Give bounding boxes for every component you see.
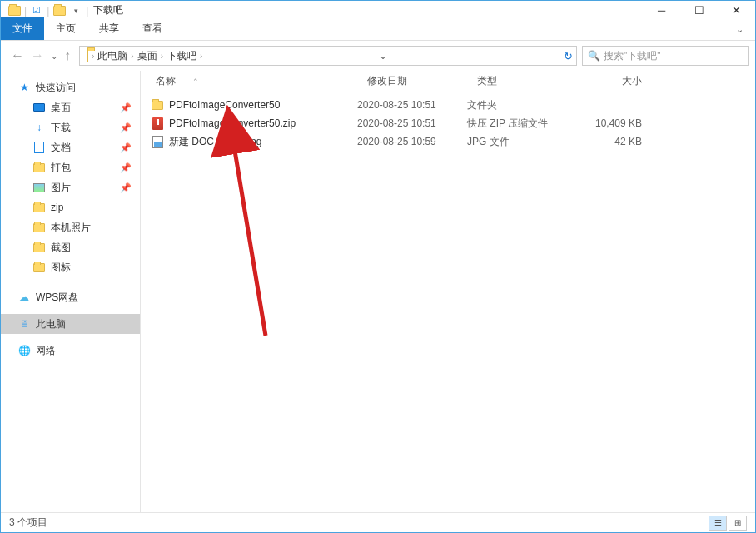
sidebar-item-label: 打包 (51, 161, 71, 175)
sidebar-item-label: zip (51, 202, 63, 213)
ribbon-tab-home[interactable]: 主页 (44, 17, 87, 40)
pin-icon: 📌 (120, 122, 132, 133)
sidebar-item-label: 文档 (51, 141, 71, 155)
image-icon (32, 181, 46, 194)
ribbon-tab-share[interactable]: 共享 (87, 17, 131, 40)
sidebar-item-desktop[interactable]: 桌面 📌 (1, 97, 140, 117)
nav-up-button[interactable]: ↑ (64, 48, 71, 63)
desktop-icon (32, 101, 46, 114)
breadcrumb-item[interactable]: 此电脑 (94, 49, 131, 63)
file-name: PDFtoImageConverter50 (169, 99, 280, 111)
pin-icon: 📌 (120, 182, 132, 193)
breadcrumb-dropdown[interactable]: ⌄ (376, 50, 390, 62)
sidebar-item-label: 此电脑 (36, 317, 66, 331)
document-icon (32, 141, 46, 154)
file-type: 文件夹 (467, 98, 567, 112)
folder-icon[interactable] (7, 4, 21, 17)
status-item-count: 3 个项目 (9, 516, 47, 530)
sidebar-item-label: 本机照片 (51, 221, 91, 235)
check-icon[interactable]: ☑ (30, 4, 43, 17)
sidebar-quick-access[interactable]: ★ 快速访问 (1, 77, 140, 97)
file-list[interactable]: PDFtoImageConverter50 2020-08-25 10:51 文… (141, 92, 755, 512)
sidebar-item-label: 桌面 (51, 101, 71, 115)
jpg-icon (151, 135, 164, 148)
navigation-sidebar: ★ 快速访问 桌面 📌 ↓ 下载 📌 文档 📌 打包 📌 图片 📌 (1, 71, 141, 512)
svg-line-1 (234, 146, 266, 336)
folder-icon (32, 241, 46, 254)
nav-forward-button[interactable]: → (31, 48, 44, 63)
sidebar-item-folder[interactable]: 本机照片 (1, 217, 140, 237)
search-input[interactable]: 🔍 搜索"下载吧" (582, 46, 749, 66)
ribbon-tab-file[interactable]: 文件 (1, 17, 44, 40)
sidebar-this-pc[interactable]: 🖥 此电脑 (1, 314, 140, 334)
pin-icon: 📌 (120, 142, 132, 153)
folder-icon[interactable] (52, 4, 66, 17)
sidebar-item-label: 图片 (51, 181, 71, 195)
file-row[interactable]: PDFtoImageConverter50 2020-08-25 10:51 文… (141, 96, 755, 114)
address-bar-row: ← → ⌄ ↑ › 此电脑 › 桌面 › 下载吧 › ⌄ ↻ 🔍 搜索"下载吧" (1, 41, 755, 71)
sidebar-item-label: 网络 (36, 344, 56, 358)
sidebar-item-folder[interactable]: 打包 📌 (1, 157, 140, 177)
ribbon-tabs: 文件 主页 共享 查看 ⌄ (1, 20, 755, 41)
folder-icon (32, 261, 46, 274)
file-name: PDFtoImageConverter50.zip (169, 117, 296, 129)
file-size: 42 KB (567, 136, 642, 147)
file-list-area: 名称 ⌃ 修改日期 类型 大小 PDFtoImageConverter50 20… (141, 71, 755, 512)
sidebar-item-documents[interactable]: 文档 📌 (1, 137, 140, 157)
folder-icon[interactable] (83, 50, 92, 62)
column-headers: 名称 ⌃ 修改日期 类型 大小 (141, 71, 755, 92)
column-header-type[interactable]: 类型 (472, 74, 572, 88)
network-icon: 🌐 (17, 344, 31, 357)
view-details-button[interactable]: ☰ (709, 516, 727, 531)
sort-indicator-icon: ⌃ (192, 77, 199, 86)
sidebar-item-folder[interactable]: zip (1, 197, 140, 217)
sidebar-network[interactable]: 🌐 网络 (1, 341, 140, 361)
pin-icon: 📌 (120, 162, 132, 173)
file-date: 2020-08-25 10:59 (357, 136, 467, 147)
cloud-icon: ☁ (17, 291, 31, 304)
ribbon-expand-button[interactable]: ⌄ (724, 17, 755, 40)
refresh-button[interactable]: ↻ (564, 50, 573, 62)
column-header-date[interactable]: 修改日期 (362, 74, 472, 88)
pin-icon: 📌 (120, 102, 132, 113)
status-bar: 3 个项目 ☰ ⊞ (1, 512, 755, 532)
minimize-button[interactable]: ─ (643, 1, 680, 20)
file-row[interactable]: 新建 DOC 文档-1.jpg 2020-08-25 10:59 JPG 文件 … (141, 132, 755, 151)
folder-icon (151, 98, 164, 112)
download-icon: ↓ (32, 121, 46, 134)
file-type: 快压 ZIP 压缩文件 (467, 117, 567, 131)
nav-back-button[interactable]: ← (11, 48, 24, 63)
sidebar-item-label: 截图 (51, 241, 71, 255)
sidebar-item-pictures[interactable]: 图片 📌 (1, 177, 140, 197)
sidebar-item-folder[interactable]: 图标 (1, 257, 140, 277)
sidebar-item-label: 快速访问 (36, 81, 76, 95)
chevron-right-icon[interactable]: › (200, 52, 202, 61)
file-row[interactable]: PDFtoImageConverter50.zip 2020-08-25 10:… (141, 114, 755, 132)
sidebar-item-downloads[interactable]: ↓ 下载 📌 (1, 117, 140, 137)
folder-icon (32, 201, 46, 214)
folder-icon (32, 221, 46, 234)
window-title: 下载吧 (93, 3, 123, 17)
sidebar-item-folder[interactable]: 截图 (1, 237, 140, 257)
separator: | (86, 5, 88, 17)
ribbon-tab-view[interactable]: 查看 (131, 17, 174, 40)
sidebar-item-label: WPS网盘 (36, 291, 78, 305)
view-icons-button[interactable]: ⊞ (729, 516, 747, 531)
file-size: 10,409 KB (567, 117, 642, 129)
dropdown-icon[interactable]: ▾ (69, 4, 82, 17)
sidebar-wps[interactable]: ☁ WPS网盘 (1, 287, 140, 307)
column-header-size[interactable]: 大小 (572, 74, 647, 88)
computer-icon: 🖥 (17, 317, 31, 331)
sidebar-item-label: 图标 (51, 261, 71, 275)
nav-recent-button[interactable]: ⌄ (51, 52, 57, 61)
breadcrumb-item[interactable]: 桌面 (134, 49, 161, 63)
breadcrumb[interactable]: › 此电脑 › 桌面 › 下载吧 › ⌄ ↻ (79, 46, 577, 66)
file-date: 2020-08-25 10:51 (357, 117, 467, 129)
file-date: 2020-08-25 10:51 (357, 99, 467, 111)
maximize-button[interactable]: ☐ (680, 1, 718, 20)
sidebar-item-label: 下载 (51, 121, 71, 135)
file-type: JPG 文件 (467, 135, 567, 149)
file-name: 新建 DOC 文档-1.jpg (169, 135, 261, 149)
column-header-name[interactable]: 名称 ⌃ (151, 74, 362, 88)
breadcrumb-item[interactable]: 下载吧 (163, 49, 200, 63)
